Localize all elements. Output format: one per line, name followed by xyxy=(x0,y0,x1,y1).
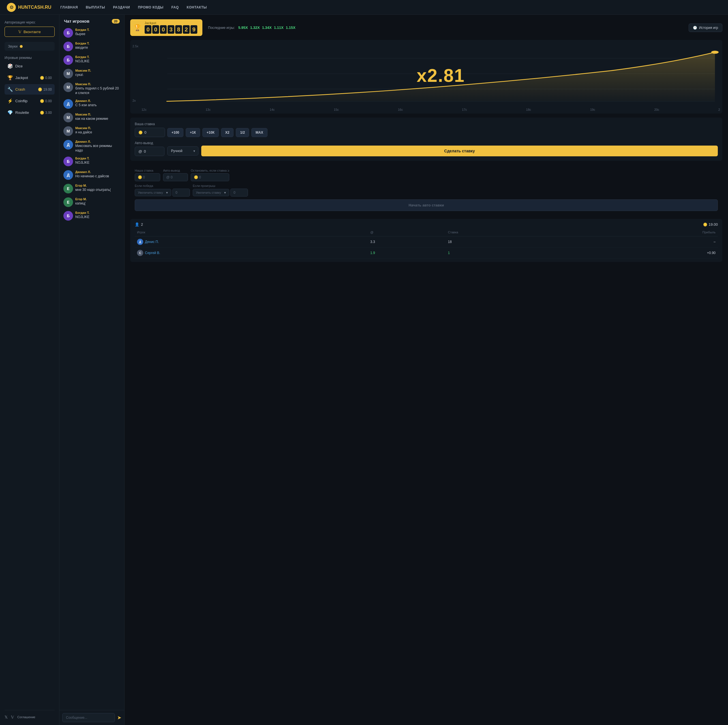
mult-1: 5.95X xyxy=(238,26,248,30)
bet-btn-half[interactable]: 1/2 xyxy=(236,128,249,137)
auto-stop-group: Остановить, если ставка ≥ 🪙 xyxy=(191,169,229,181)
avatar: М xyxy=(63,113,73,123)
game-modes-label: Игровые режимы xyxy=(5,56,55,60)
bet-btn-max[interactable]: MAX xyxy=(251,128,268,137)
msg-text: как на каком режиме xyxy=(75,116,120,121)
if-win-group: Если победа Увеличить ставку ▼ xyxy=(135,184,190,196)
auto-stop-input-wrapper: 🪙 xyxy=(191,173,229,181)
logo[interactable]: ⊙ HUNTCASH.RU xyxy=(7,3,51,12)
msg-name: Егор М. xyxy=(75,198,120,201)
player-link-0[interactable]: ДДенис П. xyxy=(137,239,366,245)
auto-bet-top-row: Наша ставка 🪙 Авто-вывод @ Остановить, е… xyxy=(135,169,718,181)
auto-stake-group: Наша ставка 🪙 xyxy=(135,169,160,181)
sidebar-item-crash[interactable]: 🔧 Crash 🪙 19.00 xyxy=(5,84,55,95)
game-modes: 🎲 Dice 🏆 Jackpot 🪙 0.00 xyxy=(5,61,55,118)
sound-dot xyxy=(20,45,23,48)
chat-panel: Чат игроков 20 ББогдан Т.бырееББогдан Т.… xyxy=(60,15,125,725)
roulette-balance: 🪙 3.00 xyxy=(40,111,52,115)
sounds-row[interactable]: Звуки xyxy=(5,42,55,51)
auto-stop-input[interactable] xyxy=(199,175,213,179)
graph-multiplier: x2.81 xyxy=(417,65,465,86)
chat-message-10: ДДаниил Л.Но начинаю с дайсов xyxy=(62,169,121,182)
loss-action-select[interactable]: Увеличить ставку xyxy=(193,189,229,196)
jackpot-icon: 🏆 xyxy=(8,75,13,80)
stake-input[interactable] xyxy=(144,130,161,135)
table-row: ССергей В.1.91+0.90 xyxy=(135,248,718,259)
auto-mode-select[interactable]: Ручной Авто xyxy=(167,146,199,155)
win-value-input[interactable] xyxy=(176,191,187,195)
mult-2: 1.32X xyxy=(250,26,260,30)
nav-link-4[interactable]: FAQ xyxy=(171,5,179,9)
graph-x-labels: 12с 13с 14с 15с 16с 17с 18с 19с 20с 2 xyxy=(142,108,720,111)
main-layout: Авторизация через: 𝕍 Вконтакте Звуки Игр… xyxy=(0,15,728,725)
sidebar-item-roulette[interactable]: 💎 Roulette 🪙 3.00 xyxy=(5,107,55,118)
avatar: Д xyxy=(63,99,73,109)
coinflip-label: Coinflip xyxy=(15,99,28,103)
bet-btn-10k[interactable]: +10К xyxy=(202,128,219,137)
msg-text: С 5 изи апать xyxy=(75,103,120,107)
crash-balance: 🪙 19.00 xyxy=(38,87,52,92)
chat-header: Чат игроков 20 xyxy=(60,15,124,26)
bet-btn-1k[interactable]: +1К xyxy=(186,128,200,137)
send-button[interactable]: ➤ xyxy=(117,714,121,721)
msg-text: капиц( xyxy=(75,201,120,206)
avatar: М xyxy=(63,83,73,92)
col-player: Игрок xyxy=(135,229,368,236)
place-bet-button[interactable]: Сделать ставку xyxy=(201,146,718,156)
auto-wd-input[interactable] xyxy=(171,175,185,179)
sounds-label: Звуки xyxy=(8,44,18,48)
player-profit: +0.90 xyxy=(569,248,718,259)
avatar: Е xyxy=(63,198,73,207)
logo-icon: ⊙ xyxy=(7,3,16,12)
avatar: Д xyxy=(137,239,143,245)
nav-link-1[interactable]: ВЫПЛАТЫ xyxy=(86,5,105,9)
sidebar-item-jackpot[interactable]: 🏆 Jackpot 🪙 0.00 xyxy=(5,72,55,83)
col-stake: Ставка xyxy=(446,229,569,236)
vk-footer-icon[interactable]: 𝕍 xyxy=(11,715,14,719)
auto-stake-input[interactable] xyxy=(143,175,157,179)
nav-link-5[interactable]: КОНТАКТЫ xyxy=(187,5,207,9)
auto-bet-start-button[interactable]: Начать авто ставки xyxy=(135,199,718,211)
roulette-icon: 💎 xyxy=(8,110,13,115)
jackpot-label: Jackpot xyxy=(15,76,28,80)
agreement-link[interactable]: Соглашение xyxy=(17,715,35,719)
dropdown-wrapper: Ручной Авто ▼ xyxy=(167,146,199,155)
crash-graph: x2.81 2.5x 2x 12с 13с 14с 15с 16с 17с 18… xyxy=(130,40,722,113)
jackpot-digit-3: 3 xyxy=(168,25,174,34)
win-action-wrapper: Увеличить ставку ▼ xyxy=(135,189,171,196)
avatar: Д xyxy=(63,170,73,180)
chat-message-4: ММаксим П.блять поднял с 5 рублей 20 и с… xyxy=(62,81,121,97)
sidebar-item-dice[interactable]: 🎲 Dice xyxy=(5,61,55,71)
history-button[interactable]: 🕐 История игр xyxy=(689,23,722,32)
sidebar-item-coinflip[interactable]: ⚡ Coinflip 🪙 0.00 xyxy=(5,96,55,106)
svg-point-4 xyxy=(711,51,719,54)
msg-text: блять поднял с 5 рублей 20 и слился xyxy=(75,86,120,95)
chat-input[interactable] xyxy=(62,713,115,722)
msg-name: Даниил Л. xyxy=(75,140,120,143)
vk-login-button[interactable]: 𝕍 Вконтакте xyxy=(5,27,55,37)
nav-link-0[interactable]: ГЛАВНАЯ xyxy=(60,5,78,9)
bet-btn-x2[interactable]: X2 xyxy=(221,128,234,137)
msg-name: Максим П. xyxy=(75,69,120,72)
betting-section: Ваша ставка 🪙 +100 +1К +10К X2 1/2 MAX А… xyxy=(130,118,722,161)
chat-message-9: ББогдан Т.NOJLIKE xyxy=(62,155,121,168)
msg-text: Но начинаю с дайсов xyxy=(75,174,120,179)
msg-name: Максим П. xyxy=(75,83,120,86)
avatar: Б xyxy=(63,41,73,51)
msg-text: бырее xyxy=(75,32,120,37)
jackpot-digits: 0003829 xyxy=(145,25,197,34)
chat-message-0: ББогдан Т.бырее xyxy=(62,26,121,39)
auto-withdraw-input-wrapper: @ xyxy=(135,147,164,156)
win-action-select[interactable]: Увеличить ставку xyxy=(135,189,171,196)
vk-icon: 𝕍 xyxy=(18,29,21,34)
nav-link-3[interactable]: ПРОМО КОДЫ xyxy=(138,5,163,9)
loss-value-input[interactable] xyxy=(234,191,245,195)
auto-withdraw-input[interactable] xyxy=(144,149,161,153)
player-link-1[interactable]: ССергей В. xyxy=(137,250,366,256)
bet-btn-100[interactable]: +100 xyxy=(167,128,184,137)
twitter-icon[interactable]: 𝕏 xyxy=(5,715,8,719)
msg-name: Даниил Л. xyxy=(75,170,120,173)
mult-4: 1.11X xyxy=(274,26,284,30)
player-at: 3.3 xyxy=(368,236,445,248)
nav-link-2[interactable]: РАЗДАЧИ xyxy=(113,5,130,9)
